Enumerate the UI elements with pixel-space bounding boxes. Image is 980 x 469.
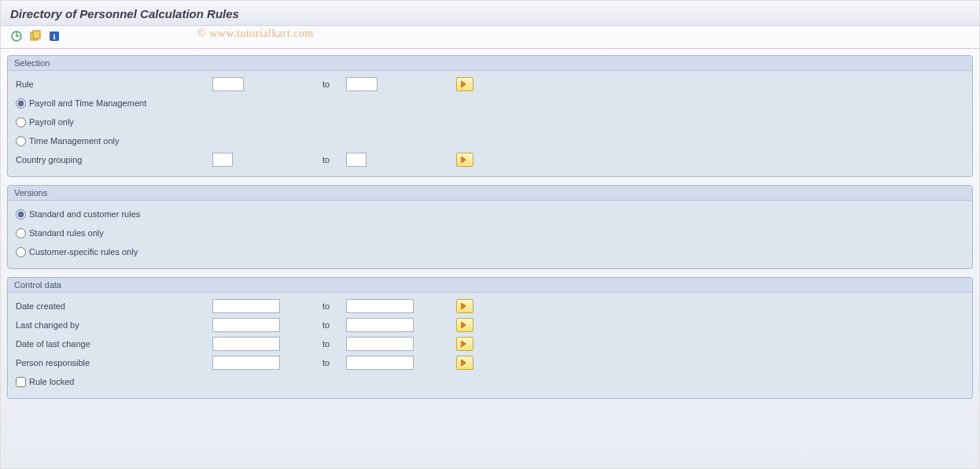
svg-text:i: i — [53, 31, 55, 41]
watermark-text: © www.tutorialkart.com — [197, 28, 314, 40]
radio-std-only-input[interactable] — [16, 228, 26, 238]
radio-payroll-time-mgmt-input[interactable] — [16, 98, 26, 109]
to-label: to — [322, 301, 346, 311]
radio-std-and-customer-label: Standard and customer rules — [29, 209, 140, 219]
radio-payroll-only-input[interactable] — [16, 117, 26, 127]
rule-locked-input[interactable] — [16, 377, 26, 387]
person-responsible-from-input[interactable] — [212, 356, 280, 370]
date-created-to-input[interactable] — [346, 299, 414, 313]
country-multiple-selection-button[interactable] — [456, 153, 473, 167]
group-control-data-title: Control data — [8, 278, 972, 293]
information-icon[interactable]: i — [46, 29, 62, 43]
radio-customer-only-input[interactable] — [16, 247, 26, 257]
radio-payroll-time-mgmt-label: Payroll and Time Management — [29, 98, 146, 108]
last-changed-by-label: Last changed by — [16, 320, 212, 330]
last-changed-by-to-input[interactable] — [346, 318, 414, 332]
country-from-input[interactable] — [212, 153, 233, 167]
date-created-from-input[interactable] — [212, 299, 280, 313]
radio-std-and-customer[interactable]: Standard and customer rules — [16, 209, 212, 220]
last-changed-by-from-input[interactable] — [212, 318, 280, 332]
rule-label: Rule — [16, 79, 212, 89]
group-versions-title: Versions — [8, 186, 972, 201]
to-label: to — [322, 155, 346, 164]
radio-std-only-label: Standard rules only — [29, 228, 104, 238]
date-created-multi-button[interactable] — [456, 299, 473, 313]
radio-payroll-time-mgmt[interactable]: Payroll and Time Management — [16, 98, 212, 109]
radio-std-only[interactable]: Standard rules only — [16, 228, 212, 238]
date-last-change-to-input[interactable] — [346, 337, 414, 351]
svg-rect-2 — [33, 31, 40, 39]
radio-std-and-customer-input[interactable] — [16, 209, 26, 220]
date-created-label: Date created — [16, 301, 212, 311]
page-title: Directory of Personnel Calculation Rules — [1, 1, 979, 26]
to-label: to — [322, 320, 346, 330]
to-label: to — [322, 358, 346, 367]
to-label: to — [322, 79, 346, 89]
last-changed-by-multi-button[interactable] — [456, 318, 473, 332]
get-variant-icon[interactable] — [28, 29, 43, 43]
group-selection-title: Selection — [8, 56, 972, 71]
person-responsible-to-input[interactable] — [346, 356, 414, 370]
radio-customer-only[interactable]: Customer-specific rules only — [16, 247, 212, 257]
toolbar: i © www.tutorialkart.com — [1, 26, 979, 49]
country-grouping-label: Country grouping — [16, 155, 212, 164]
execute-icon[interactable] — [9, 29, 24, 43]
group-selection: Selection Rule to Payroll and Time Manag… — [7, 55, 973, 177]
radio-time-mgmt-only-label: Time Management only — [29, 136, 120, 146]
date-last-change-from-input[interactable] — [212, 337, 280, 351]
rule-from-input[interactable] — [212, 77, 244, 91]
date-last-change-label: Date of last change — [16, 339, 212, 349]
radio-payroll-only-label: Payroll only — [29, 117, 74, 127]
rule-to-input[interactable] — [346, 77, 378, 91]
rule-locked-label: Rule locked — [29, 377, 74, 386]
person-responsible-multi-button[interactable] — [456, 356, 473, 370]
radio-customer-only-label: Customer-specific rules only — [29, 247, 138, 257]
group-versions: Versions Standard and customer rules Sta… — [7, 185, 973, 269]
group-control-data: Control data Date created to Last change… — [7, 277, 973, 399]
radio-time-mgmt-only-input[interactable] — [16, 136, 26, 146]
person-responsible-label: Person responsible — [16, 358, 212, 367]
date-last-change-multi-button[interactable] — [456, 337, 473, 351]
radio-payroll-only[interactable]: Payroll only — [16, 117, 212, 127]
rule-locked-checkbox[interactable]: Rule locked — [16, 377, 212, 387]
radio-time-mgmt-only[interactable]: Time Management only — [16, 136, 212, 146]
rule-multiple-selection-button[interactable] — [456, 77, 473, 91]
country-to-input[interactable] — [346, 153, 367, 167]
to-label: to — [322, 339, 346, 349]
